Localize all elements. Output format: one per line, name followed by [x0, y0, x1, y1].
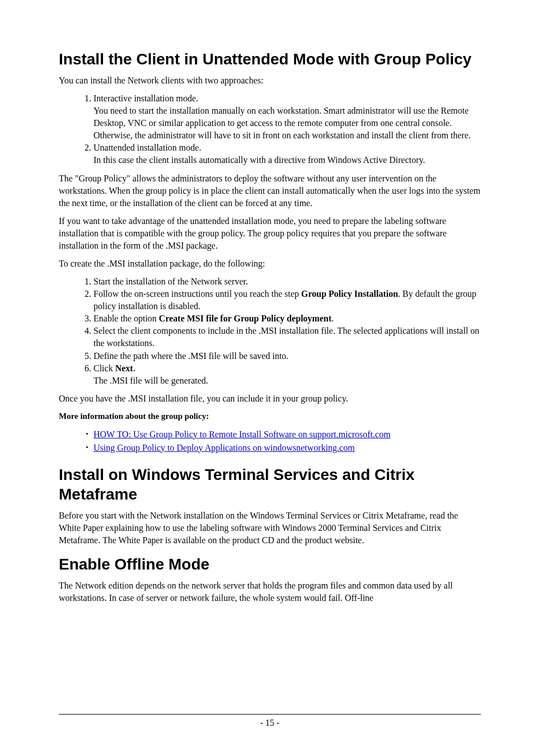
bullet-list-links: HOW TO: Use Group Policy to Remote Insta… — [59, 428, 481, 455]
list-item-title: Unattended installation mode. — [93, 143, 201, 152]
ordered-list-approaches: Interactive installation mode. You need … — [59, 92, 481, 166]
bold-text: Create MSI file for Group Policy deploym… — [159, 314, 331, 323]
list-item-body: In this case the client installs automat… — [93, 155, 425, 165]
list-item: Select the client components to include … — [93, 325, 481, 349]
paragraph: Before you start with the Network instal… — [59, 510, 481, 547]
list-item: Interactive installation mode. You need … — [93, 92, 481, 142]
list-item-body: You need to start the installation manua… — [93, 106, 471, 140]
list-item: HOW TO: Use Group Policy to Remote Insta… — [93, 428, 481, 441]
heading-install-terminal-services: Install on Windows Terminal Services and… — [59, 465, 481, 504]
link-support-microsoft[interactable]: HOW TO: Use Group Policy to Remote Insta… — [93, 430, 391, 439]
text: . — [331, 314, 334, 323]
paragraph: The Network edition depends on the netwo… — [59, 580, 481, 604]
link-windowsnetworking[interactable]: Using Group Policy to Deploy Application… — [93, 443, 355, 452]
list-item: Start the installation of the Network se… — [93, 276, 481, 288]
list-item-body: The .MSI file will be generated. — [93, 376, 208, 385]
paragraph: Once you have the .MSI installation file… — [59, 393, 481, 405]
paragraph: The "Group Policy" allows the administra… — [59, 172, 481, 209]
paragraph: You can install the Network clients with… — [59, 74, 481, 87]
page-footer: - 15 - — [59, 714, 481, 728]
footer-divider — [59, 714, 481, 715]
list-item-title: Interactive installation mode. — [93, 94, 198, 103]
list-item: Click Next. The .MSI file will be genera… — [93, 362, 481, 387]
list-item: Enable the option Create MSI file for Gr… — [93, 312, 481, 325]
list-item: Define the path where the .MSI file will… — [93, 350, 481, 362]
page-number: - 15 - — [59, 718, 481, 728]
heading-install-client-unattended: Install the Client in Unattended Mode wi… — [59, 49, 481, 69]
paragraph: To create the .MSI installation package,… — [59, 258, 481, 270]
bold-text: Group Policy Installation — [301, 289, 398, 298]
more-info-label: More information about the group policy: — [59, 410, 481, 422]
ordered-list-steps: Start the installation of the Network se… — [59, 276, 481, 387]
text: Follow the on-screen instructions until … — [93, 289, 301, 298]
list-item: Unattended installation mode. In this ca… — [93, 142, 481, 166]
list-item: Using Group Policy to Deploy Application… — [93, 441, 481, 455]
paragraph: If you want to take advantage of the una… — [59, 215, 481, 252]
text: Enable the option — [93, 314, 159, 323]
heading-enable-offline-mode: Enable Offline Mode — [59, 554, 481, 574]
text: . — [133, 363, 135, 373]
bold-text: Next — [115, 363, 133, 373]
text: Click — [93, 363, 115, 373]
list-item: Follow the on-screen instructions until … — [93, 288, 481, 312]
